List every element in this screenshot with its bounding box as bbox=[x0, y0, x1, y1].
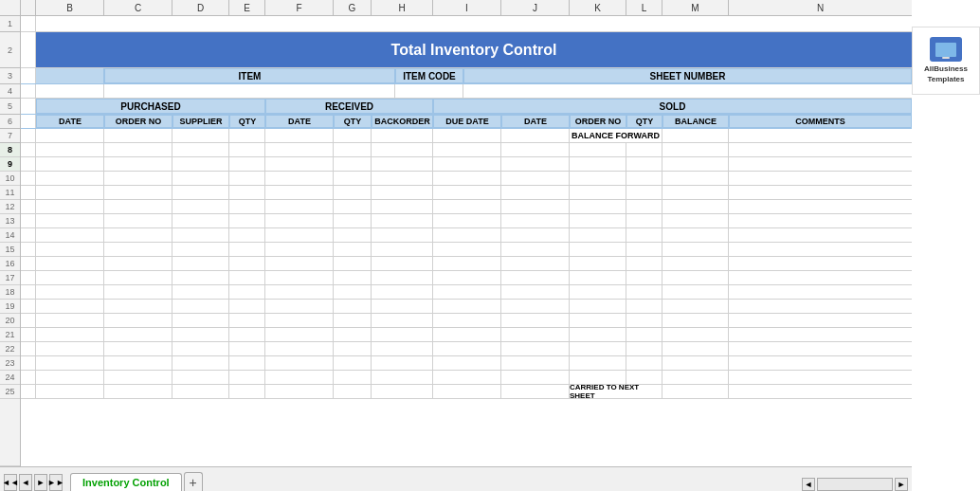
col-order-no: ORDER NO bbox=[104, 115, 172, 128]
sheet-number-header: SHEET NUMBER bbox=[463, 68, 912, 83]
table-row[interactable] bbox=[21, 257, 912, 271]
col-j: J bbox=[501, 0, 570, 15]
col-k: K bbox=[570, 0, 626, 15]
col-backorder: BACKORDER bbox=[372, 115, 433, 128]
table-row[interactable] bbox=[21, 172, 912, 186]
row-7-balance-forward: BALANCE FORWARD bbox=[21, 129, 912, 143]
col-supplier: SUPPLIER bbox=[172, 115, 229, 128]
row-4[interactable] bbox=[21, 84, 912, 99]
table-row[interactable] bbox=[21, 328, 912, 342]
col-e: E bbox=[229, 0, 265, 15]
nav-prev[interactable]: ◄ bbox=[19, 474, 32, 491]
col-c: C bbox=[104, 0, 172, 15]
col-due-date: DUE DATE bbox=[433, 115, 501, 128]
table-row[interactable] bbox=[21, 186, 912, 200]
carried-to-next-sheet: CARRIED TO NEXT SHEET bbox=[570, 385, 662, 398]
hscroll-bar[interactable] bbox=[817, 478, 893, 491]
col-h: H bbox=[372, 0, 433, 15]
add-sheet-button[interactable]: + bbox=[184, 472, 203, 491]
table-row[interactable] bbox=[21, 314, 912, 328]
col-qty-sold: QTY bbox=[626, 115, 662, 128]
col-date-purchased: DATE bbox=[36, 115, 104, 128]
table-row[interactable] bbox=[21, 356, 912, 371]
sheet-content: Total Inventory Control ITEM ITEM CODE S… bbox=[21, 16, 912, 466]
row-3: ITEM ITEM CODE SHEET NUMBER bbox=[21, 68, 912, 84]
col-b: B bbox=[36, 0, 104, 15]
col-header-row: B C D E F G H I J K L M N bbox=[0, 0, 912, 16]
row-carried-next: CARRIED TO NEXT SHEET bbox=[21, 385, 912, 399]
sold-group-header: SOLD bbox=[433, 99, 912, 114]
purchased-group-header: PURCHASED bbox=[36, 99, 265, 114]
table-row[interactable] bbox=[21, 243, 912, 257]
col-balance: BALANCE bbox=[662, 115, 729, 128]
row-1 bbox=[21, 16, 912, 32]
hscroll-left[interactable]: ◄ bbox=[802, 478, 815, 491]
item-code-header: ITEM CODE bbox=[395, 68, 463, 83]
table-row[interactable] bbox=[21, 228, 912, 243]
col-date-received: DATE bbox=[265, 115, 334, 128]
table-row[interactable] bbox=[21, 271, 912, 285]
col-d: D bbox=[172, 0, 229, 15]
item-header: ITEM bbox=[104, 68, 395, 83]
data-rows[interactable]: CARRIED TO NEXT SHEET bbox=[21, 143, 912, 466]
logo-area: AllBusinessTemplates bbox=[912, 27, 980, 95]
tab-bar: ◄◄ ◄ ► ►► Inventory Control + ◄ ► bbox=[0, 466, 912, 491]
table-row[interactable] bbox=[21, 214, 912, 228]
table-row[interactable] bbox=[21, 342, 912, 356]
table-row[interactable] bbox=[21, 371, 912, 385]
logo-text: AllBusinessTemplates bbox=[924, 64, 968, 84]
col-qty-received: QTY bbox=[334, 115, 372, 128]
col-l: L bbox=[626, 0, 662, 15]
col-n: N bbox=[729, 0, 912, 15]
nav-next[interactable]: ► bbox=[34, 474, 47, 491]
col-i: I bbox=[433, 0, 501, 15]
col-date-sold: DATE bbox=[501, 115, 570, 128]
col-order-no-sold: ORDER NO bbox=[570, 115, 626, 128]
hscroll-right[interactable]: ► bbox=[895, 478, 908, 491]
table-row[interactable] bbox=[21, 157, 912, 172]
row-5-groups: PURCHASED RECEIVED SOLD bbox=[21, 99, 912, 115]
table-row[interactable] bbox=[21, 285, 912, 300]
title-cell: Total Inventory Control bbox=[36, 32, 912, 67]
col-comments: COMMENTS bbox=[729, 115, 912, 128]
col-a bbox=[21, 0, 36, 15]
table-row[interactable] bbox=[21, 300, 912, 314]
col-f: F bbox=[265, 0, 334, 15]
table-row[interactable] bbox=[21, 200, 912, 214]
logo-icon bbox=[930, 37, 962, 62]
col-g: G bbox=[334, 0, 372, 15]
nav-prev-start[interactable]: ◄◄ bbox=[4, 474, 17, 491]
row-2-title: Total Inventory Control bbox=[21, 32, 912, 68]
row-numbers: 1 2 3 4 5 6 7 8 9 10 11 12 13 14 15 16 1… bbox=[0, 16, 21, 466]
nav-next-end[interactable]: ►► bbox=[49, 474, 63, 491]
table-row[interactable] bbox=[21, 143, 912, 157]
col-qty-purchased: QTY bbox=[229, 115, 265, 128]
row-6-col-headers: DATE ORDER NO SUPPLIER QTY DATE QTY BACK… bbox=[21, 115, 912, 129]
col-m: M bbox=[662, 0, 729, 15]
spreadsheet: B C D E F G H I J K L M N 1 2 3 4 5 6 7 bbox=[0, 0, 912, 491]
balance-forward-cell: BALANCE FORWARD bbox=[570, 129, 662, 142]
sheet-tab[interactable]: Inventory Control bbox=[70, 473, 182, 491]
received-group-header: RECEIVED bbox=[265, 99, 433, 114]
